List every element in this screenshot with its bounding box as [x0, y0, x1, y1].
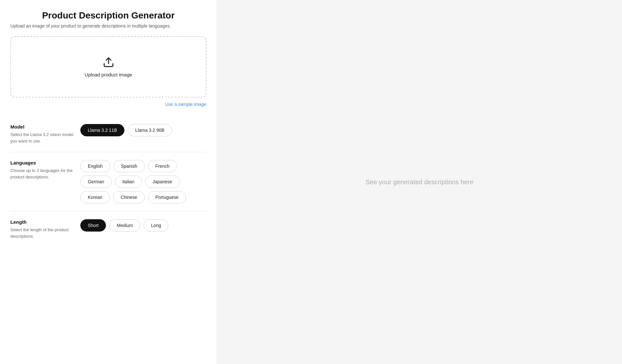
left-panel: Product Description Generator Upload an …	[0, 0, 217, 364]
lang-english[interactable]: English	[80, 160, 110, 172]
length-section-title: Length	[10, 219, 75, 225]
model-section: Model Select the Llama 3.2 vision model …	[10, 116, 206, 152]
languages-section-title: Languages	[10, 160, 75, 165]
languages-row-2: German Italian Japanese	[80, 176, 206, 188]
upload-area[interactable]: Upload product image	[10, 36, 206, 97]
lang-german[interactable]: German	[80, 176, 112, 188]
length-options: Short Medium Long	[80, 219, 206, 232]
model-option-11b[interactable]: Llama 3.2 11B	[80, 124, 124, 136]
sample-image-link[interactable]: Use a sample image	[165, 102, 206, 107]
languages-grid: English Spanish French German Italian Ja…	[80, 160, 206, 203]
lang-italian[interactable]: Italian	[115, 176, 142, 188]
languages-section: Languages Choose up to 3 languages for t…	[10, 152, 206, 211]
lang-french[interactable]: French	[148, 160, 177, 172]
right-panel-placeholder: See your generated descriptions here	[365, 178, 474, 186]
languages-row-1: English Spanish French	[80, 160, 206, 172]
page-subtitle: Upload an image of your product to gener…	[10, 23, 206, 28]
right-panel: See your generated descriptions here	[217, 0, 622, 364]
upload-icon	[103, 56, 114, 68]
page-title: Product Description Generator	[10, 10, 206, 21]
model-option-90b[interactable]: Llama 3.2 90B	[128, 124, 172, 136]
model-options: Llama 3.2 11B Llama 3.2 90B	[80, 124, 206, 136]
languages-row-3: Korean Chinese Portuguese	[80, 191, 206, 203]
length-section-desc: Select the length of the product descrip…	[10, 227, 75, 239]
lang-chinese[interactable]: Chinese	[113, 191, 144, 203]
upload-label: Upload product image	[85, 72, 132, 77]
length-section: Length Select the length of the product …	[10, 211, 206, 247]
languages-section-desc: Choose up to 3 languages for the product…	[10, 167, 75, 180]
model-section-title: Model	[10, 124, 75, 130]
length-long[interactable]: Long	[144, 219, 168, 232]
lang-japanese[interactable]: Japanese	[145, 176, 180, 188]
lang-korean[interactable]: Korean	[80, 191, 110, 203]
length-short[interactable]: Short	[80, 219, 106, 232]
length-medium[interactable]: Medium	[109, 219, 140, 232]
model-section-desc: Select the Llama 3.2 vision model you wa…	[10, 131, 75, 144]
lang-portuguese[interactable]: Portuguese	[148, 191, 186, 203]
lang-spanish[interactable]: Spanish	[113, 160, 145, 172]
